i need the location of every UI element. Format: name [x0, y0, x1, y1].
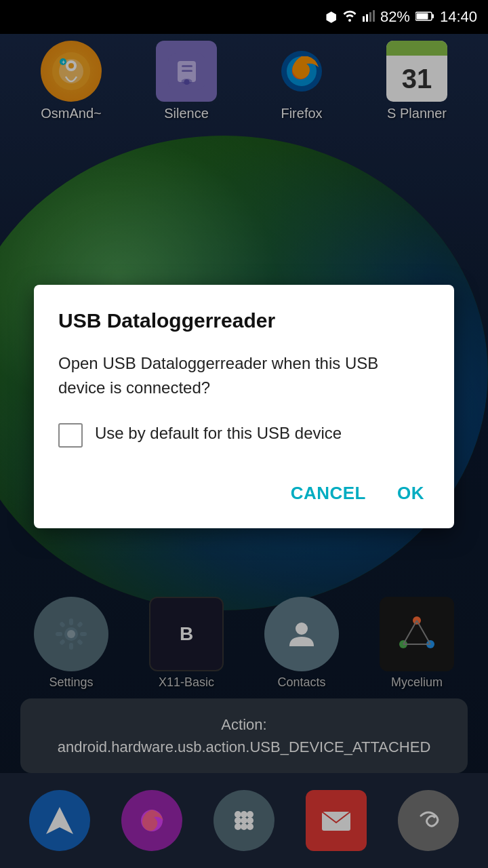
- dialog-title: USB Dataloggerreader: [58, 309, 430, 332]
- bluetooth-icon: ⬢: [325, 9, 337, 25]
- cancel-button[interactable]: CANCEL: [285, 475, 371, 512]
- checkbox-row[interactable]: Use by default for this USB device: [58, 422, 430, 448]
- signal-icon: [363, 9, 375, 25]
- battery-percent: 82%: [380, 8, 410, 26]
- default-checkbox[interactable]: [58, 423, 83, 448]
- svg-rect-6: [416, 13, 428, 19]
- svg-rect-2: [369, 12, 371, 22]
- svg-rect-3: [373, 10, 375, 22]
- status-icons: ⬢ 82% 14:40: [325, 8, 477, 26]
- dialog-message: Open USB Dataloggerreader when this USB …: [58, 351, 430, 400]
- svg-rect-5: [432, 14, 434, 18]
- wifi-icon: [342, 9, 357, 25]
- usb-dialog: USB Dataloggerreader Open USB Datalogger…: [34, 285, 454, 528]
- battery-icon: [415, 9, 434, 25]
- checkbox-label: Use by default for this USB device: [95, 422, 342, 445]
- status-bar: ⬢ 82% 14:40: [0, 0, 488, 34]
- time-display: 14:40: [440, 8, 477, 26]
- svg-rect-1: [366, 14, 368, 22]
- svg-rect-0: [363, 16, 365, 22]
- dialog-buttons: CANCEL OK: [58, 475, 430, 512]
- ok-button[interactable]: OK: [392, 475, 430, 512]
